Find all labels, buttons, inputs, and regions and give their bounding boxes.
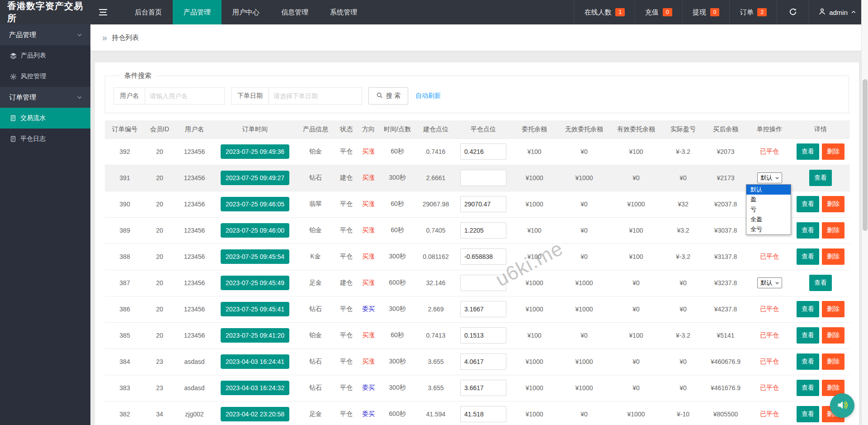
delete-button[interactable]: 删除 bbox=[822, 301, 844, 317]
order-date-input[interactable] bbox=[269, 88, 362, 104]
cell-control: 已平仓 bbox=[748, 349, 791, 375]
close-point-input[interactable] bbox=[460, 406, 506, 422]
stat-item[interactable]: 充值0 bbox=[635, 0, 682, 24]
order-time-button[interactable]: 2023-04-02 23:20:58 bbox=[221, 407, 289, 421]
view-button[interactable]: 查看 bbox=[797, 301, 819, 317]
close-point-input[interactable] bbox=[460, 222, 506, 239]
dropdown-option[interactable]: 全亏 bbox=[746, 224, 791, 234]
cell-order-time: 2023-07-25 09:41:20 bbox=[214, 322, 296, 349]
cell-close-point bbox=[457, 349, 510, 375]
sound-toggle-button[interactable] bbox=[830, 393, 854, 418]
nav-menu-item[interactable]: 信息管理 bbox=[270, 0, 319, 24]
cell-order-id: 389 bbox=[105, 217, 145, 244]
dropdown-option[interactable]: 默认 bbox=[746, 185, 791, 195]
hamburger-icon[interactable] bbox=[90, 0, 116, 24]
order-time-button[interactable]: 2023-07-25 09:46:05 bbox=[221, 197, 289, 211]
order-time-button[interactable]: 2023-07-25 09:45:41 bbox=[221, 302, 289, 316]
view-button[interactable]: 查看 bbox=[797, 143, 819, 160]
stat-item[interactable]: 提现0 bbox=[682, 0, 730, 24]
view-button[interactable]: 查看 bbox=[809, 275, 832, 291]
auto-refresh-link[interactable]: 自动刷新 bbox=[415, 92, 441, 100]
view-button[interactable]: 查看 bbox=[797, 248, 819, 265]
cell-product: 钻石 bbox=[296, 375, 335, 401]
close-point-input[interactable] bbox=[460, 196, 506, 212]
delete-button[interactable]: 删除 bbox=[822, 143, 844, 160]
close-point-input[interactable] bbox=[460, 275, 506, 291]
close-point-input[interactable] bbox=[460, 380, 506, 396]
nav-menu-item[interactable]: 产品管理 bbox=[173, 0, 222, 24]
order-time-button[interactable]: 2023-07-25 09:46:00 bbox=[221, 223, 289, 238]
view-button[interactable]: 查看 bbox=[797, 380, 819, 396]
close-point-input[interactable] bbox=[460, 327, 506, 344]
view-button[interactable]: 查看 bbox=[809, 170, 832, 186]
search-button[interactable]: 搜 索 bbox=[368, 87, 408, 105]
username-filter-group: 用户名 bbox=[113, 87, 225, 105]
delete-button[interactable]: 删除 bbox=[822, 353, 844, 370]
delete-button[interactable]: 删除 bbox=[822, 327, 844, 344]
close-point-input[interactable] bbox=[460, 301, 506, 317]
date-filter-group: 下单日期 bbox=[231, 87, 362, 105]
cell-detail-actions: 查看删除 bbox=[791, 322, 850, 349]
column-header: 时间/点数 bbox=[380, 120, 415, 138]
stat-item[interactable]: 订单2 bbox=[729, 0, 777, 24]
close-point-input[interactable] bbox=[460, 353, 506, 370]
user-menu[interactable]: admin bbox=[809, 0, 868, 24]
breadcrumb-icon: » bbox=[102, 33, 107, 42]
order-time-button[interactable]: 2023-07-25 09:41:20 bbox=[221, 328, 289, 343]
delete-button[interactable]: 删除 bbox=[822, 222, 844, 239]
control-select[interactable]: 默认 bbox=[757, 277, 782, 288]
sidebar-item[interactable]: 产品列表 bbox=[0, 45, 90, 66]
cell-open-point: 32.146 bbox=[415, 270, 457, 296]
dropdown-option[interactable]: 亏 bbox=[746, 205, 791, 215]
cell-order-time: 2023-07-25 09:49:36 bbox=[214, 138, 296, 165]
cell-order-time: 2023-04-02 23:20:58 bbox=[214, 401, 296, 425]
view-button[interactable]: 查看 bbox=[797, 196, 819, 212]
view-button[interactable]: 查看 bbox=[797, 222, 819, 239]
refresh-button[interactable] bbox=[777, 0, 809, 24]
order-time-button[interactable]: 2023-07-25 09:49:27 bbox=[221, 171, 289, 185]
stat-label: 提现 bbox=[693, 8, 706, 17]
order-time-button[interactable]: 2023-04-03 16:24:32 bbox=[221, 381, 289, 395]
order-time-button[interactable]: 2023-07-25 09:45:54 bbox=[221, 249, 289, 264]
stat-item[interactable]: 在线人数1 bbox=[574, 0, 635, 24]
view-button[interactable]: 查看 bbox=[797, 353, 819, 370]
order-time-button[interactable]: 2023-07-25 09:45:49 bbox=[221, 276, 289, 290]
nav-menu-item[interactable]: 系统管理 bbox=[319, 0, 368, 24]
view-button[interactable]: 查看 bbox=[797, 406, 819, 422]
vertical-scrollbar[interactable] bbox=[861, 0, 868, 425]
close-point-input[interactable] bbox=[460, 143, 506, 160]
sidebar-item[interactable]: 交易流水 bbox=[0, 108, 90, 129]
delete-button[interactable]: 删除 bbox=[822, 196, 844, 212]
sidebar-item[interactable]: 风控管理 bbox=[0, 66, 90, 87]
nav-menu-item[interactable]: 用户中心 bbox=[222, 0, 270, 24]
nav-menu-item[interactable]: 后台首页 bbox=[124, 0, 173, 24]
view-button[interactable]: 查看 bbox=[797, 327, 819, 344]
order-time-button[interactable]: 2023-04-03 16:24:41 bbox=[221, 354, 289, 369]
order-time-button[interactable]: 2023-07-25 09:49:36 bbox=[221, 144, 289, 159]
close-point-input[interactable] bbox=[460, 170, 506, 186]
sidebar-group[interactable]: 订单管理 bbox=[0, 87, 90, 108]
sidebar-group[interactable]: 产品管理 bbox=[0, 24, 90, 45]
cell-close-point bbox=[457, 244, 510, 270]
cell-order-id: 382 bbox=[105, 401, 145, 425]
control-select[interactable]: 默认 bbox=[757, 172, 782, 183]
cell-username: 123456 bbox=[175, 244, 214, 270]
date-filter-label: 下单日期 bbox=[231, 88, 269, 104]
document-icon bbox=[10, 115, 16, 121]
cell-period: 600秒 bbox=[380, 270, 415, 296]
dropdown-option[interactable]: 全盈 bbox=[746, 215, 791, 224]
dropdown-option[interactable]: 盈 bbox=[746, 195, 791, 205]
sidebar-item-label: 产品列表 bbox=[21, 52, 46, 60]
cell-detail-actions: 查看删除 bbox=[791, 191, 850, 217]
scrollbar-thumb[interactable] bbox=[863, 79, 868, 231]
cell-order-id: 387 bbox=[105, 270, 145, 296]
username-input[interactable] bbox=[145, 88, 224, 104]
delete-button[interactable]: 删除 bbox=[822, 248, 844, 265]
sidebar-item[interactable]: 平仓日志 bbox=[0, 129, 90, 149]
control-select-value: 默认 bbox=[761, 174, 773, 182]
cell-balance-after: ¥460676.9 bbox=[703, 349, 748, 375]
cell-direction: 买涨 bbox=[357, 349, 380, 375]
cell-status: 平仓 bbox=[335, 217, 357, 244]
close-point-input[interactable] bbox=[460, 248, 506, 265]
cell-balance-after: ¥805500 bbox=[703, 401, 748, 425]
